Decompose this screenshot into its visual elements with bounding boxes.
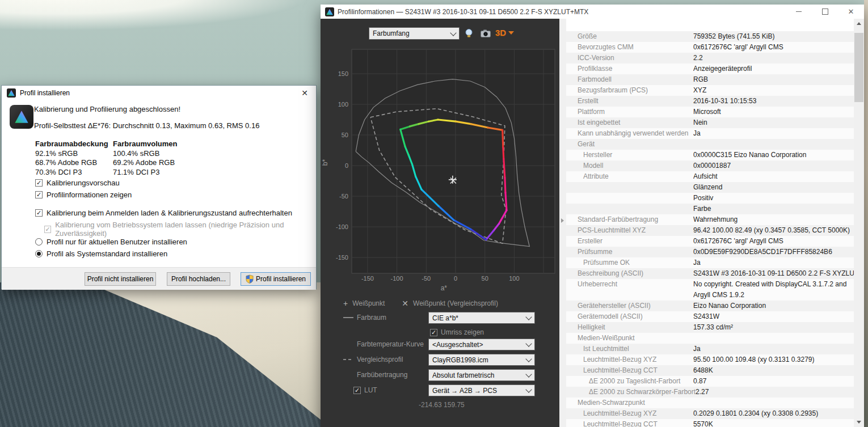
comparison-profile-row: Vergleichsprofil ClayRGB1998.icm xyxy=(321,354,559,366)
gamut-volume-column: Farbraumvolumen 100.4% sRGB 69.2% Adobe … xyxy=(113,139,177,177)
cursor-coordinates: -214.63 159.75 xyxy=(419,401,465,409)
cross-marker-icon: ✕ xyxy=(402,299,408,308)
info-row: Medien-Weißpunkt xyxy=(566,333,854,344)
outline-checkbox[interactable]: ✓ Umriss zeigen xyxy=(430,328,484,336)
radio-icon xyxy=(35,238,43,246)
chevron-down-icon xyxy=(525,356,532,362)
profile-information-window: Profilinformationen — S2431W #3 2016-10-… xyxy=(321,5,864,427)
info-row: FarbmodellRGB xyxy=(566,74,854,85)
close-icon: ✕ xyxy=(848,8,854,15)
colorspace-select[interactable]: CIE a*b* xyxy=(428,312,535,324)
info-row: Größe759352 Bytes (741.55 KiB) xyxy=(566,31,854,42)
displaycal-icon xyxy=(325,7,334,16)
displaycal-logo xyxy=(10,105,33,129)
rendering-intent-row: Farbübertragung Absolut farbmetrisch xyxy=(321,369,559,382)
checkbox-load-calibration-on-login[interactable]: ✓ Kalibrierung beim Anmelden laden & Kal… xyxy=(35,209,292,217)
info-row: Farbe xyxy=(566,204,854,214)
svg-text:0: 0 xyxy=(454,275,457,282)
dialog-close-icon[interactable]: ✕ xyxy=(294,86,315,100)
info-row: Hersteller0x0000C315 Eizo Nanao Corporat… xyxy=(566,150,854,160)
close-button[interactable]: ✕ xyxy=(838,5,864,19)
chevron-down-icon xyxy=(525,340,532,346)
info-row: ΔE 2000 zu Schwarzkörper-Farbort2.27 xyxy=(566,387,854,398)
info-row: Gerät xyxy=(566,139,854,150)
dialog-titlebar[interactable]: Profil installieren xyxy=(2,86,316,100)
radio-install-systemwide[interactable]: Profil als Systemstandard installieren xyxy=(35,250,167,258)
svg-text:-100: -100 xyxy=(336,223,348,230)
maximize-icon xyxy=(822,9,828,15)
minimize-button[interactable] xyxy=(786,5,812,19)
info-row: Positiv xyxy=(566,193,854,204)
window-title: Profilinformationen — S2431W #3 2016-10-… xyxy=(338,8,588,16)
selftest-result: Profil-Selbsttest ΔE*76: Durchschnitt 0.… xyxy=(34,121,259,130)
info-row: UrheberrechtNo copyright. Created with D… xyxy=(566,279,854,301)
scroll-down-icon[interactable] xyxy=(854,417,864,427)
checkbox-calibration-preview[interactable]: ✓ Kalibrierungsvorschau xyxy=(35,179,120,187)
install-profile-button[interactable]: Profil installieren xyxy=(241,272,311,286)
svg-text:-150: -150 xyxy=(361,275,374,282)
chevron-down-icon xyxy=(525,386,532,392)
info-row: Glänzend xyxy=(566,182,854,193)
dashed-line-swatch xyxy=(343,359,353,360)
checkbox-icon: ✓ xyxy=(44,226,51,233)
rendering-intent-select[interactable]: Absolut farbmetrisch xyxy=(428,369,535,381)
desktop-edge-strip xyxy=(864,0,868,427)
plus-marker-icon: + xyxy=(343,299,348,308)
lut-direction-select[interactable]: Gerät → A2B → PCS xyxy=(428,384,535,396)
svg-text:-50: -50 xyxy=(422,275,431,282)
solid-line-swatch xyxy=(343,317,353,318)
chevron-down-icon xyxy=(525,371,532,377)
gamut-plot[interactable]: -150-100-50050100150100500-50-100-150a*b… xyxy=(321,19,559,298)
svg-text:50: 50 xyxy=(342,132,348,138)
radio-icon xyxy=(35,250,43,257)
info-row: Gerätemodell (ASCII)S2431W xyxy=(566,311,854,322)
info-row: ICC-Version2.2 xyxy=(566,53,854,64)
scrollbar-thumb[interactable] xyxy=(854,33,863,102)
checkbox-icon: ✓ xyxy=(35,209,43,217)
info-row: Leuchtmittel-Bezug CCT6488K xyxy=(566,365,854,376)
svg-text:150: 150 xyxy=(338,70,348,77)
info-row: Modell0x00001887 xyxy=(566,160,854,171)
checkbox-show-profile-info[interactable]: ✓ Profilinformationen zeigen xyxy=(35,191,132,199)
checkbox-icon: ✓ xyxy=(353,387,361,394)
comparison-profile-select[interactable]: ClayRGB1998.icm xyxy=(428,354,535,366)
splitter-arrow-icon xyxy=(561,218,564,223)
gamut-coverage-column: Farbraumabdeckung 92.1% sRGB 68.7% Adobe… xyxy=(35,139,108,177)
info-row: Helligkeit157.33 cd/m² xyxy=(566,322,854,333)
info-row: Ist LeuchtmittelJa xyxy=(566,344,854,354)
window-titlebar[interactable]: Profilinformationen — S2431W #3 2016-10-… xyxy=(321,5,864,19)
gamut-chart-panel: Farbumfang 3D -150-100-50 xyxy=(321,19,559,427)
svg-text:-50: -50 xyxy=(339,193,348,200)
dont-install-profile-button[interactable]: Profil nicht installieren xyxy=(85,272,156,286)
info-row: PlattformMicrosoft xyxy=(566,107,854,117)
vertical-scrollbar[interactable] xyxy=(854,19,864,427)
info-row: ProfilklasseAnzeigegeräteprofil xyxy=(566,64,854,74)
info-row: ΔE 2000 zu Tageslicht-Farbort0.87 xyxy=(566,376,854,387)
info-row: Kann unabhängig verwendet werdenJa xyxy=(566,128,854,139)
info-row: Bezugsfarbraum (PCS)XYZ xyxy=(566,85,854,96)
info-row: Leuchtmittel-Bezug XYZ0.2029 0.1801 0.23… xyxy=(566,408,854,419)
info-row: Bevorzugtes CMM0x6172676C 'argl' Argyll … xyxy=(566,42,854,53)
chevron-down-icon xyxy=(525,314,532,320)
color-temperature-curve-select[interactable]: <Ausgeschaltet> xyxy=(428,339,535,350)
scroll-up-icon[interactable] xyxy=(854,19,864,28)
checkbox-icon: ✓ xyxy=(35,191,43,198)
upload-profile-button[interactable]: Profil hochladen... xyxy=(167,272,230,286)
info-row: Leuchtmittel-Bezug CCT5570K xyxy=(566,419,854,427)
profile-info-table: Größe759352 Bytes (741.55 KiB)Bevorzugte… xyxy=(566,31,854,427)
cloud xyxy=(0,0,318,32)
svg-text:100: 100 xyxy=(338,101,348,108)
radio-install-for-user[interactable]: Profil nur für aktuellen Benutzer instal… xyxy=(35,238,187,246)
svg-text:-100: -100 xyxy=(391,275,403,282)
minimize-icon xyxy=(796,11,802,12)
uac-shield-icon xyxy=(246,274,254,284)
checkbox-let-os-load-calibration: ✓ Kalibrierung vom Betriebssystem laden … xyxy=(44,221,316,238)
color-temperature-curve-row: Farbtemperatur-Kurve <Ausgeschaltet> xyxy=(321,339,559,351)
info-row: Gerätehersteller (ASCII)Eizo Nanao Corpo… xyxy=(566,301,854,311)
maximize-button[interactable] xyxy=(812,5,838,19)
lut-checkbox[interactable]: ✓ LUT xyxy=(353,386,377,394)
info-row: Ist eingebettetNein xyxy=(566,117,854,128)
panel-splitter[interactable] xyxy=(559,19,566,427)
info-row: Standard-FarbübertragungWahrnehmung xyxy=(566,214,854,225)
info-row: Beschreibung (ASCII)S2431W #3 2016-10-31… xyxy=(566,268,854,279)
